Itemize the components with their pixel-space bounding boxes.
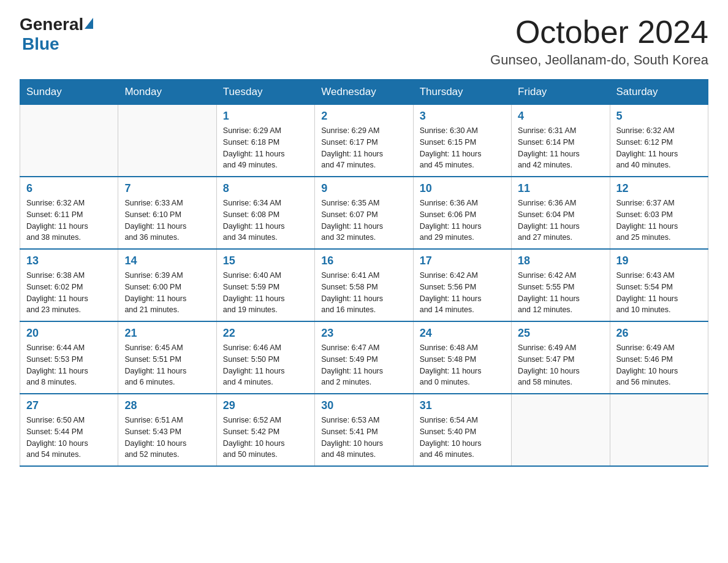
day-number: 22 — [223, 327, 308, 340]
week-row: 13Sunrise: 6:38 AMSunset: 6:02 PMDayligh… — [20, 249, 708, 321]
day-cell: 18Sunrise: 6:42 AMSunset: 5:55 PMDayligh… — [512, 249, 610, 321]
day-info: Sunrise: 6:30 AMSunset: 6:15 PMDaylight:… — [420, 125, 505, 171]
week-row: 1Sunrise: 6:29 AMSunset: 6:18 PMDaylight… — [20, 105, 708, 177]
day-info: Sunrise: 6:36 AMSunset: 6:06 PMDaylight:… — [420, 197, 505, 243]
day-number: 11 — [518, 182, 603, 195]
day-info: Sunrise: 6:35 AMSunset: 6:07 PMDaylight:… — [321, 197, 406, 243]
day-cell: 27Sunrise: 6:50 AMSunset: 5:44 PMDayligh… — [20, 394, 118, 466]
day-info: Sunrise: 6:49 AMSunset: 5:46 PMDaylight:… — [616, 342, 702, 388]
header-cell-wednesday: Wednesday — [315, 80, 413, 105]
day-info: Sunrise: 6:32 AMSunset: 6:11 PMDaylight:… — [26, 197, 112, 243]
day-cell: 14Sunrise: 6:39 AMSunset: 6:00 PMDayligh… — [118, 249, 216, 321]
day-cell — [512, 394, 610, 466]
day-number: 19 — [616, 255, 702, 267]
day-info: Sunrise: 6:43 AMSunset: 5:54 PMDaylight:… — [616, 270, 702, 316]
header-cell-tuesday: Tuesday — [216, 80, 314, 105]
day-info: Sunrise: 6:44 AMSunset: 5:53 PMDaylight:… — [26, 342, 112, 388]
day-number: 1 — [223, 110, 308, 123]
day-info: Sunrise: 6:42 AMSunset: 5:55 PMDaylight:… — [518, 270, 603, 316]
day-info: Sunrise: 6:46 AMSunset: 5:50 PMDaylight:… — [223, 342, 308, 388]
day-number: 9 — [321, 182, 406, 195]
day-info: Sunrise: 6:53 AMSunset: 5:41 PMDaylight:… — [321, 415, 406, 461]
day-info: Sunrise: 6:38 AMSunset: 6:02 PMDaylight:… — [26, 270, 112, 316]
calendar-body: 1Sunrise: 6:29 AMSunset: 6:18 PMDaylight… — [20, 105, 708, 467]
day-info: Sunrise: 6:47 AMSunset: 5:49 PMDaylight:… — [321, 342, 406, 388]
week-row: 6Sunrise: 6:32 AMSunset: 6:11 PMDaylight… — [20, 177, 708, 249]
day-number: 8 — [223, 182, 308, 195]
header-cell-sunday: Sunday — [20, 80, 118, 105]
day-number: 13 — [26, 255, 112, 267]
day-number: 18 — [518, 255, 603, 267]
day-info: Sunrise: 6:49 AMSunset: 5:47 PMDaylight:… — [518, 342, 603, 388]
week-row: 20Sunrise: 6:44 AMSunset: 5:53 PMDayligh… — [20, 321, 708, 394]
day-cell: 17Sunrise: 6:42 AMSunset: 5:56 PMDayligh… — [413, 249, 511, 321]
logo: General Blue — [20, 15, 94, 54]
logo-triangle-icon — [85, 18, 93, 29]
day-number: 25 — [518, 327, 603, 340]
day-cell: 23Sunrise: 6:47 AMSunset: 5:49 PMDayligh… — [315, 321, 413, 394]
day-cell: 30Sunrise: 6:53 AMSunset: 5:41 PMDayligh… — [315, 394, 413, 466]
day-number: 6 — [26, 182, 112, 195]
day-cell: 25Sunrise: 6:49 AMSunset: 5:47 PMDayligh… — [512, 321, 610, 394]
day-info: Sunrise: 6:32 AMSunset: 6:12 PMDaylight:… — [616, 125, 702, 171]
day-cell: 11Sunrise: 6:36 AMSunset: 6:04 PMDayligh… — [512, 177, 610, 249]
title-area: October 2024 Gunseo, Jeollanam-do, South… — [490, 15, 708, 68]
day-info: Sunrise: 6:48 AMSunset: 5:48 PMDaylight:… — [420, 342, 505, 388]
day-cell: 16Sunrise: 6:41 AMSunset: 5:58 PMDayligh… — [315, 249, 413, 321]
day-number: 16 — [321, 255, 406, 267]
day-info: Sunrise: 6:31 AMSunset: 6:14 PMDaylight:… — [518, 125, 603, 171]
day-number: 14 — [124, 255, 210, 267]
day-cell: 12Sunrise: 6:37 AMSunset: 6:03 PMDayligh… — [610, 177, 708, 249]
header: General Blue October 2024 Gunseo, Jeolla… — [20, 15, 708, 68]
header-cell-thursday: Thursday — [413, 80, 511, 105]
day-number: 10 — [420, 182, 505, 195]
day-info: Sunrise: 6:40 AMSunset: 5:59 PMDaylight:… — [223, 270, 308, 316]
day-cell: 8Sunrise: 6:34 AMSunset: 6:08 PMDaylight… — [216, 177, 314, 249]
day-cell: 13Sunrise: 6:38 AMSunset: 6:02 PMDayligh… — [20, 249, 118, 321]
day-number: 2 — [321, 110, 406, 123]
location-title: Gunseo, Jeollanam-do, South Korea — [490, 52, 708, 68]
day-info: Sunrise: 6:41 AMSunset: 5:58 PMDaylight:… — [321, 270, 406, 316]
day-info: Sunrise: 6:42 AMSunset: 5:56 PMDaylight:… — [420, 270, 505, 316]
day-cell: 15Sunrise: 6:40 AMSunset: 5:59 PMDayligh… — [216, 249, 314, 321]
day-info: Sunrise: 6:33 AMSunset: 6:10 PMDaylight:… — [124, 197, 210, 243]
week-row: 27Sunrise: 6:50 AMSunset: 5:44 PMDayligh… — [20, 394, 708, 466]
day-cell: 1Sunrise: 6:29 AMSunset: 6:18 PMDaylight… — [216, 105, 314, 177]
day-info: Sunrise: 6:45 AMSunset: 5:51 PMDaylight:… — [124, 342, 210, 388]
day-number: 23 — [321, 327, 406, 340]
header-row: SundayMondayTuesdayWednesdayThursdayFrid… — [20, 80, 708, 105]
day-number: 29 — [223, 399, 308, 412]
day-number: 5 — [616, 110, 702, 123]
day-cell: 4Sunrise: 6:31 AMSunset: 6:14 PMDaylight… — [512, 105, 610, 177]
day-info: Sunrise: 6:36 AMSunset: 6:04 PMDaylight:… — [518, 197, 603, 243]
day-number: 31 — [420, 399, 505, 412]
day-number: 15 — [223, 255, 308, 267]
day-cell: 7Sunrise: 6:33 AMSunset: 6:10 PMDaylight… — [118, 177, 216, 249]
day-number: 3 — [420, 110, 505, 123]
day-number: 28 — [124, 399, 210, 412]
day-info: Sunrise: 6:29 AMSunset: 6:17 PMDaylight:… — [321, 125, 406, 171]
day-number: 24 — [420, 327, 505, 340]
day-info: Sunrise: 6:34 AMSunset: 6:08 PMDaylight:… — [223, 197, 308, 243]
day-cell: 6Sunrise: 6:32 AMSunset: 6:11 PMDaylight… — [20, 177, 118, 249]
day-cell: 26Sunrise: 6:49 AMSunset: 5:46 PMDayligh… — [610, 321, 708, 394]
header-cell-monday: Monday — [118, 80, 216, 105]
day-number: 12 — [616, 182, 702, 195]
day-info: Sunrise: 6:52 AMSunset: 5:42 PMDaylight:… — [223, 415, 308, 461]
calendar-header: SundayMondayTuesdayWednesdayThursdayFrid… — [20, 80, 708, 105]
day-info: Sunrise: 6:50 AMSunset: 5:44 PMDaylight:… — [26, 415, 112, 461]
day-cell: 31Sunrise: 6:54 AMSunset: 5:40 PMDayligh… — [413, 394, 511, 466]
day-info: Sunrise: 6:37 AMSunset: 6:03 PMDaylight:… — [616, 197, 702, 243]
day-number: 27 — [26, 399, 112, 412]
header-cell-saturday: Saturday — [610, 80, 708, 105]
day-info: Sunrise: 6:54 AMSunset: 5:40 PMDaylight:… — [420, 415, 505, 461]
day-number: 4 — [518, 110, 603, 123]
day-number: 17 — [420, 255, 505, 267]
day-number: 30 — [321, 399, 406, 412]
day-cell: 19Sunrise: 6:43 AMSunset: 5:54 PMDayligh… — [610, 249, 708, 321]
day-cell: 28Sunrise: 6:51 AMSunset: 5:43 PMDayligh… — [118, 394, 216, 466]
day-cell: 29Sunrise: 6:52 AMSunset: 5:42 PMDayligh… — [216, 394, 314, 466]
day-cell: 9Sunrise: 6:35 AMSunset: 6:07 PMDaylight… — [315, 177, 413, 249]
day-cell: 10Sunrise: 6:36 AMSunset: 6:06 PMDayligh… — [413, 177, 511, 249]
day-number: 26 — [616, 327, 702, 340]
